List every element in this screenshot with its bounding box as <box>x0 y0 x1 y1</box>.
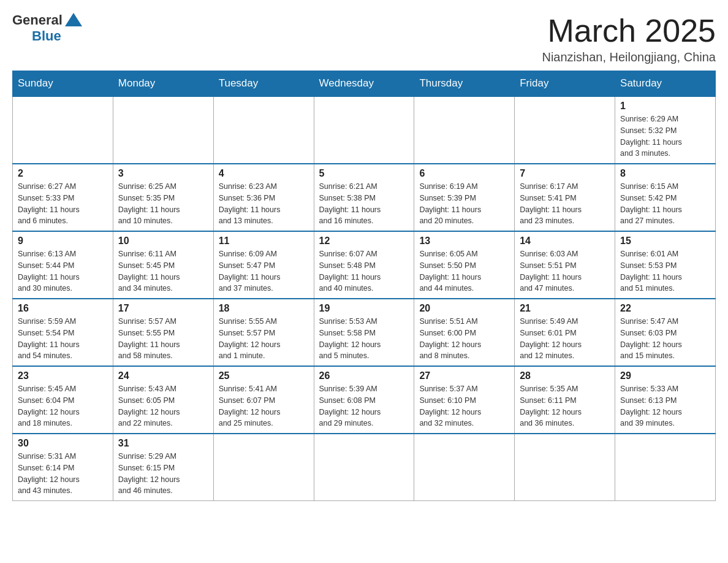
day-number: 27 <box>419 370 509 381</box>
calendar-cell: 21Sunrise: 5:49 AM Sunset: 6:01 PM Dayli… <box>515 299 615 366</box>
calendar-cell: 10Sunrise: 6:11 AM Sunset: 5:45 PM Dayli… <box>113 231 213 299</box>
calendar-cell: 13Sunrise: 6:05 AM Sunset: 5:50 PM Dayli… <box>414 231 515 299</box>
day-number: 2 <box>18 168 108 179</box>
calendar-cell: 28Sunrise: 5:35 AM Sunset: 6:11 PM Dayli… <box>515 366 615 434</box>
calendar-cell: 14Sunrise: 6:03 AM Sunset: 5:51 PM Dayli… <box>515 231 615 299</box>
day-number: 25 <box>219 370 309 381</box>
day-info: Sunrise: 5:53 AM Sunset: 5:58 PM Dayligh… <box>319 316 409 362</box>
calendar-cell <box>213 96 314 164</box>
calendar-header-row: SundayMondayTuesdayWednesdayThursdayFrid… <box>13 71 716 97</box>
calendar-cell <box>314 96 414 164</box>
day-info: Sunrise: 5:57 AM Sunset: 5:55 PM Dayligh… <box>118 316 208 362</box>
calendar-cell: 22Sunrise: 5:47 AM Sunset: 6:03 PM Dayli… <box>615 299 716 366</box>
weekday-header-sunday: Sunday <box>13 71 113 97</box>
day-info: Sunrise: 5:43 AM Sunset: 6:05 PM Dayligh… <box>118 383 208 429</box>
day-number: 6 <box>419 168 509 179</box>
calendar-cell <box>615 434 716 501</box>
day-number: 19 <box>319 303 409 314</box>
calendar-cell: 12Sunrise: 6:07 AM Sunset: 5:48 PM Dayli… <box>314 231 414 299</box>
calendar-week-4: 16Sunrise: 5:59 AM Sunset: 5:54 PM Dayli… <box>13 299 716 366</box>
day-number: 9 <box>18 236 108 247</box>
day-info: Sunrise: 5:37 AM Sunset: 6:10 PM Dayligh… <box>419 383 509 429</box>
day-info: Sunrise: 6:03 AM Sunset: 5:51 PM Dayligh… <box>520 248 610 294</box>
day-info: Sunrise: 6:01 AM Sunset: 5:53 PM Dayligh… <box>620 248 710 294</box>
calendar-cell: 11Sunrise: 6:09 AM Sunset: 5:47 PM Dayli… <box>213 231 314 299</box>
day-info: Sunrise: 6:07 AM Sunset: 5:48 PM Dayligh… <box>319 248 409 294</box>
day-info: Sunrise: 5:47 AM Sunset: 6:03 PM Dayligh… <box>620 316 710 362</box>
location-subtitle: Nianzishan, Heilongjiang, China <box>542 50 716 64</box>
day-number: 3 <box>118 168 208 179</box>
day-info: Sunrise: 5:35 AM Sunset: 6:11 PM Dayligh… <box>520 383 610 429</box>
day-number: 31 <box>118 438 208 449</box>
day-info: Sunrise: 5:59 AM Sunset: 5:54 PM Dayligh… <box>18 316 108 362</box>
day-number: 14 <box>520 236 610 247</box>
weekday-header-tuesday: Tuesday <box>213 71 314 97</box>
day-number: 10 <box>118 236 208 247</box>
day-info: Sunrise: 5:31 AM Sunset: 6:14 PM Dayligh… <box>18 451 108 497</box>
weekday-header-saturday: Saturday <box>615 71 716 97</box>
calendar-cell: 2Sunrise: 6:27 AM Sunset: 5:33 PM Daylig… <box>13 164 113 231</box>
day-number: 7 <box>520 168 610 179</box>
month-year-title: March 2025 <box>542 12 716 49</box>
logo: General Blue <box>12 12 82 44</box>
day-number: 15 <box>620 236 710 247</box>
calendar-cell: 4Sunrise: 6:23 AM Sunset: 5:36 PM Daylig… <box>213 164 314 231</box>
day-info: Sunrise: 6:15 AM Sunset: 5:42 PM Dayligh… <box>620 181 710 227</box>
day-info: Sunrise: 5:39 AM Sunset: 6:08 PM Dayligh… <box>319 383 409 429</box>
day-number: 26 <box>319 370 409 381</box>
calendar-cell: 15Sunrise: 6:01 AM Sunset: 5:53 PM Dayli… <box>615 231 716 299</box>
day-info: Sunrise: 5:51 AM Sunset: 6:00 PM Dayligh… <box>419 316 509 362</box>
day-info: Sunrise: 6:21 AM Sunset: 5:38 PM Dayligh… <box>319 181 409 227</box>
calendar-cell: 29Sunrise: 5:33 AM Sunset: 6:13 PM Dayli… <box>615 366 716 434</box>
day-number: 5 <box>319 168 409 179</box>
calendar-cell: 31Sunrise: 5:29 AM Sunset: 6:15 PM Dayli… <box>113 434 213 501</box>
calendar-week-6: 30Sunrise: 5:31 AM Sunset: 6:14 PM Dayli… <box>13 434 716 501</box>
calendar-cell: 16Sunrise: 5:59 AM Sunset: 5:54 PM Dayli… <box>13 299 113 366</box>
calendar-cell: 1Sunrise: 6:29 AM Sunset: 5:32 PM Daylig… <box>615 96 716 164</box>
day-number: 8 <box>620 168 710 179</box>
calendar-cell <box>213 434 314 501</box>
day-info: Sunrise: 6:09 AM Sunset: 5:47 PM Dayligh… <box>219 248 309 294</box>
page-header: General Blue March 2025 Nianzishan, Heil… <box>12 12 716 64</box>
weekday-header-wednesday: Wednesday <box>314 71 414 97</box>
day-info: Sunrise: 5:55 AM Sunset: 5:57 PM Dayligh… <box>219 316 309 362</box>
calendar-cell: 6Sunrise: 6:19 AM Sunset: 5:39 PM Daylig… <box>414 164 515 231</box>
calendar-cell: 7Sunrise: 6:17 AM Sunset: 5:41 PM Daylig… <box>515 164 615 231</box>
calendar-cell <box>414 96 515 164</box>
calendar-table: SundayMondayTuesdayWednesdayThursdayFrid… <box>12 71 716 501</box>
calendar-week-2: 2Sunrise: 6:27 AM Sunset: 5:33 PM Daylig… <box>13 164 716 231</box>
calendar-cell: 30Sunrise: 5:31 AM Sunset: 6:14 PM Dayli… <box>13 434 113 501</box>
calendar-cell: 23Sunrise: 5:45 AM Sunset: 6:04 PM Dayli… <box>13 366 113 434</box>
day-number: 28 <box>520 370 610 381</box>
calendar-cell: 8Sunrise: 6:15 AM Sunset: 5:42 PM Daylig… <box>615 164 716 231</box>
day-number: 23 <box>18 370 108 381</box>
calendar-cell: 19Sunrise: 5:53 AM Sunset: 5:58 PM Dayli… <box>314 299 414 366</box>
day-info: Sunrise: 6:27 AM Sunset: 5:33 PM Dayligh… <box>18 181 108 227</box>
calendar-cell: 20Sunrise: 5:51 AM Sunset: 6:00 PM Dayli… <box>414 299 515 366</box>
calendar-cell <box>515 96 615 164</box>
day-number: 1 <box>620 101 710 112</box>
logo-triangle-icon <box>65 13 82 26</box>
calendar-cell: 25Sunrise: 5:41 AM Sunset: 6:07 PM Dayli… <box>213 366 314 434</box>
day-number: 16 <box>18 303 108 314</box>
calendar-cell: 3Sunrise: 6:25 AM Sunset: 5:35 PM Daylig… <box>113 164 213 231</box>
title-block: March 2025 Nianzishan, Heilongjiang, Chi… <box>542 12 716 64</box>
calendar-cell: 18Sunrise: 5:55 AM Sunset: 5:57 PM Dayli… <box>213 299 314 366</box>
weekday-header-friday: Friday <box>515 71 615 97</box>
day-number: 24 <box>118 370 208 381</box>
calendar-cell: 17Sunrise: 5:57 AM Sunset: 5:55 PM Dayli… <box>113 299 213 366</box>
logo-blue-text: Blue <box>32 28 61 44</box>
day-info: Sunrise: 6:23 AM Sunset: 5:36 PM Dayligh… <box>219 181 309 227</box>
weekday-header-monday: Monday <box>113 71 213 97</box>
day-info: Sunrise: 6:25 AM Sunset: 5:35 PM Dayligh… <box>118 181 208 227</box>
day-info: Sunrise: 6:29 AM Sunset: 5:32 PM Dayligh… <box>620 113 710 159</box>
day-number: 11 <box>219 236 309 247</box>
calendar-week-1: 1Sunrise: 6:29 AM Sunset: 5:32 PM Daylig… <box>13 96 716 164</box>
calendar-cell <box>414 434 515 501</box>
calendar-cell <box>13 96 113 164</box>
day-number: 29 <box>620 370 710 381</box>
day-info: Sunrise: 5:29 AM Sunset: 6:15 PM Dayligh… <box>118 451 208 497</box>
day-info: Sunrise: 6:11 AM Sunset: 5:45 PM Dayligh… <box>118 248 208 294</box>
day-info: Sunrise: 6:17 AM Sunset: 5:41 PM Dayligh… <box>520 181 610 227</box>
logo-general-text: General <box>12 12 63 28</box>
